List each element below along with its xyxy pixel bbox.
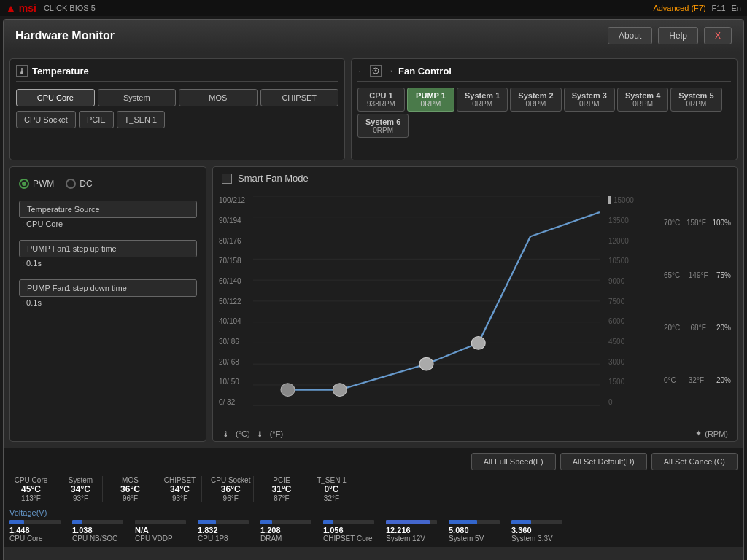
pwm-radio[interactable]: PWM bbox=[19, 179, 54, 189]
y-label-10: 0/ 32 bbox=[219, 398, 250, 406]
svg-point-18 bbox=[419, 358, 433, 371]
rpm-label-8: 3000 bbox=[608, 358, 658, 366]
svg-point-17 bbox=[333, 384, 347, 397]
voltage-sys5v-bar-container bbox=[449, 520, 500, 524]
temp-source-button[interactable]: Temperature Source bbox=[19, 201, 197, 218]
voltage-chipsetcore-name: CHIPSET Core bbox=[323, 534, 373, 542]
y-label-3: 70/158 bbox=[219, 257, 250, 265]
y-label-8: 20/ 68 bbox=[219, 358, 250, 366]
title-buttons: About Help X bbox=[608, 27, 732, 44]
bios-title: CLICK BIOS 5 bbox=[44, 4, 654, 12]
all-full-speed-button[interactable]: All Full Speed(F) bbox=[471, 453, 556, 470]
fan-tab-sys4[interactable]: System 4 0RPM bbox=[617, 88, 668, 112]
temp-btn-pcie[interactable]: PCIE bbox=[79, 111, 114, 128]
sensor-cpusocket-c: 36°C bbox=[221, 484, 241, 494]
voltage-cpuvddp-name: CPU VDDP bbox=[135, 534, 173, 542]
temp-buttons-row2: CPU Socket PCIE T_SEN 1 bbox=[16, 111, 338, 128]
voltage-dram-name: DRAM bbox=[260, 534, 282, 542]
chart-y-labels-left: 100/212 90/194 80/176 70/158 60/140 50/1… bbox=[213, 190, 253, 424]
advanced-label: Advanced (F7) bbox=[653, 4, 705, 12]
sensor-chipset: CHIPSET 34°C 93°F bbox=[158, 476, 202, 502]
temp-source-section: Temperature Source : CPU Core bbox=[19, 201, 197, 228]
pwm-label: PWM bbox=[33, 179, 54, 189]
fahrenheit-unit: (°F) bbox=[270, 429, 283, 438]
chart-wrapper: 100/212 90/194 80/176 70/158 60/140 50/1… bbox=[213, 190, 737, 424]
fan-tab-sys6[interactable]: System 6 0RPM bbox=[357, 114, 409, 138]
voltage-sys12v-bar bbox=[386, 520, 430, 524]
temp-btn-cpucore[interactable]: CPU Core bbox=[16, 89, 95, 106]
chart-area: PWM DC Temperature Source : CPU Core PUM… bbox=[4, 166, 743, 448]
voltage-dram-bar-container bbox=[260, 520, 311, 524]
top-bar: ▲ msi CLICK BIOS 5 Advanced (F7) F11 En bbox=[0, 0, 747, 16]
window-title: Hardware Monitor bbox=[15, 29, 115, 42]
voltage-cpucore-bar bbox=[9, 520, 24, 524]
fan-panel: ← → Fan Control CPU 1 938RPM PUMP 1 0RPM bbox=[351, 58, 738, 160]
voltage-sys5v: 5.080 System 5V bbox=[449, 520, 507, 542]
temp-btn-system[interactable]: System bbox=[98, 89, 177, 106]
fan-tab-sys3[interactable]: System 3 0RPM bbox=[564, 88, 615, 112]
chart-main[interactable] bbox=[253, 190, 605, 424]
content-area: Temperature CPU Core System MOS CHIPSET … bbox=[4, 52, 743, 547]
top-panels: Temperature CPU Core System MOS CHIPSET … bbox=[4, 52, 743, 166]
rpm-label-0: 15000 bbox=[608, 196, 658, 204]
help-button[interactable]: Help bbox=[658, 27, 698, 44]
about-button[interactable]: About bbox=[608, 27, 652, 44]
rpm-label-7: 4500 bbox=[608, 338, 658, 346]
temp-icon bbox=[16, 65, 28, 77]
temp-panel-title: Temperature bbox=[32, 66, 89, 77]
fan-tab-sys5[interactable]: System 5 0RPM bbox=[670, 88, 721, 112]
voltage-section: Voltage(V) 1.448 CPU Core 1.038 bbox=[9, 508, 738, 542]
f11-label: F11 bbox=[712, 4, 726, 12]
rpm-label-6: 6000 bbox=[608, 317, 658, 325]
sensor-cpusocket-name: CPU Socket bbox=[211, 476, 250, 484]
temp-btn-tsen1[interactable]: T_SEN 1 bbox=[117, 111, 166, 128]
step-up-button[interactable]: PUMP Fan1 step up time bbox=[19, 240, 197, 257]
bottom-area: All Full Speed(F) All Set Default(D) All… bbox=[4, 448, 743, 547]
all-set-cancel-button[interactable]: All Set Cancel(C) bbox=[651, 453, 738, 470]
voltage-cpucore: 1.448 CPU Core bbox=[9, 520, 68, 542]
fan-tab-pump1[interactable]: PUMP 1 0RPM bbox=[407, 88, 454, 112]
chart-container: Smart Fan Mode 100/212 90/194 80/176 70/… bbox=[212, 166, 738, 442]
voltage-cpucore-bar-container bbox=[9, 520, 61, 524]
y-label-2: 80/176 bbox=[219, 237, 250, 245]
step-down-button[interactable]: PUMP Fan1 step down time bbox=[19, 279, 197, 297]
voltage-grid: 1.448 CPU Core 1.038 CPU NB/SOC bbox=[9, 520, 738, 542]
voltage-cpunbsoc-bar bbox=[72, 520, 82, 524]
temp-btn-chipset[interactable]: CHIPSET bbox=[260, 89, 339, 106]
temp-buttons-row1: CPU Core System MOS CHIPSET bbox=[16, 89, 338, 106]
thermometer-icon: 🌡 bbox=[222, 429, 230, 438]
fan-curve-chart[interactable] bbox=[253, 196, 600, 406]
y-label-6: 40/104 bbox=[219, 317, 250, 325]
voltage-sys5v-name: System 5V bbox=[449, 534, 484, 542]
voltage-sys12v: 12.216 System 12V bbox=[386, 520, 444, 542]
temp-btn-mos[interactable]: MOS bbox=[179, 89, 258, 106]
sensor-chipset-f: 93°F bbox=[172, 494, 187, 502]
dc-label: DC bbox=[80, 179, 92, 189]
pwm-dc-radio-group: PWM DC bbox=[19, 179, 197, 189]
voltage-sys33v-bar-container bbox=[511, 520, 562, 524]
voltage-chipsetcore-bar bbox=[323, 520, 333, 524]
voltage-sys12v-val: 12.216 bbox=[386, 526, 411, 534]
dc-radio[interactable]: DC bbox=[66, 179, 92, 189]
voltage-sys5v-bar bbox=[449, 520, 477, 524]
sensor-pcie-c: 31°C bbox=[272, 484, 292, 494]
fan-arrow-icon: ← bbox=[357, 66, 365, 75]
sensors-grid: CPU Core 45°C 113°F System 34°C 93°F MOS… bbox=[9, 476, 738, 502]
fan-tab-sys2[interactable]: System 2 0RPM bbox=[510, 88, 561, 112]
voltage-cpu1p8-bar bbox=[198, 520, 216, 524]
sensor-pcie-name: PCIE bbox=[273, 476, 290, 484]
sensor-tsen1-f: 32°F bbox=[324, 494, 339, 502]
temp-btn-cpusocket[interactable]: CPU Socket bbox=[16, 111, 76, 128]
temp-source-value: : CPU Core bbox=[19, 219, 197, 228]
step-down-value: : 0.1s bbox=[19, 298, 197, 307]
all-set-default-button[interactable]: All Set Default(D) bbox=[560, 453, 647, 470]
sensor-cpusocket: CPU Socket 36°C 96°F bbox=[208, 476, 254, 502]
close-button[interactable]: X bbox=[704, 27, 732, 44]
svg-point-16 bbox=[281, 384, 295, 397]
fan-tab-cpu1[interactable]: CPU 1 938RPM bbox=[357, 88, 405, 112]
chart-footer: 🌡 (°C) 🌡 (°F) ✦ (RPM) bbox=[213, 429, 737, 438]
smart-fan-checkbox[interactable] bbox=[222, 174, 232, 184]
temp-pct-row-0: 70°C 158°F 100% bbox=[664, 219, 731, 227]
sensor-system-c: 34°C bbox=[71, 484, 90, 494]
fan-tab-sys1[interactable]: System 1 0RPM bbox=[457, 88, 508, 112]
